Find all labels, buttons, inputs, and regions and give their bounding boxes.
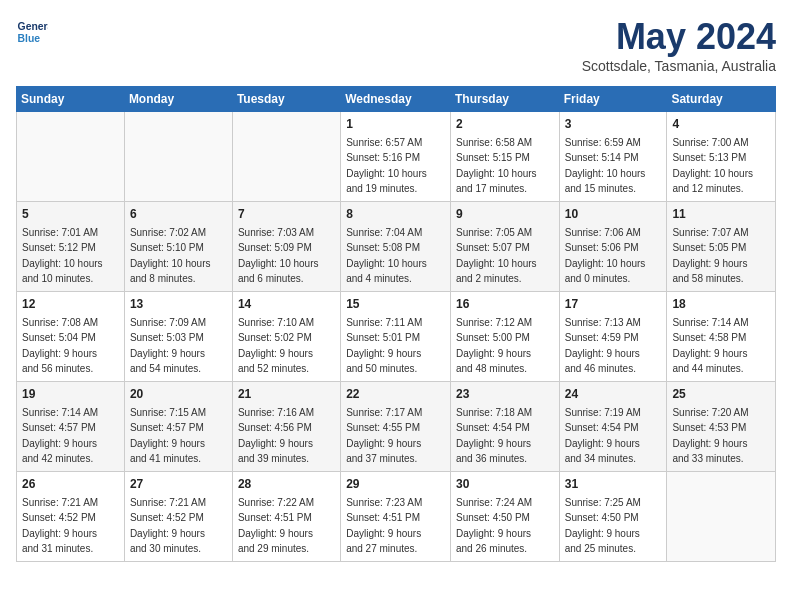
week-row-5: 26Sunrise: 7:21 AM Sunset: 4:52 PM Dayli…: [17, 472, 776, 562]
day-content: Sunrise: 7:22 AM Sunset: 4:51 PM Dayligh…: [238, 497, 314, 555]
day-number: 7: [238, 206, 335, 223]
calendar-cell: 19Sunrise: 7:14 AM Sunset: 4:57 PM Dayli…: [17, 382, 125, 472]
title-block: May 2024 Scottsdale, Tasmania, Australia: [582, 16, 776, 74]
day-content: Sunrise: 7:24 AM Sunset: 4:50 PM Dayligh…: [456, 497, 532, 555]
calendar-cell: 1Sunrise: 6:57 AM Sunset: 5:16 PM Daylig…: [341, 112, 451, 202]
day-header-tuesday: Tuesday: [232, 87, 340, 112]
day-content: Sunrise: 7:07 AM Sunset: 5:05 PM Dayligh…: [672, 227, 748, 285]
day-number: 25: [672, 386, 770, 403]
calendar-table: SundayMondayTuesdayWednesdayThursdayFrid…: [16, 86, 776, 562]
day-number: 18: [672, 296, 770, 313]
calendar-cell: 16Sunrise: 7:12 AM Sunset: 5:00 PM Dayli…: [450, 292, 559, 382]
day-number: 4: [672, 116, 770, 133]
day-content: Sunrise: 7:15 AM Sunset: 4:57 PM Dayligh…: [130, 407, 206, 465]
day-number: 16: [456, 296, 554, 313]
calendar-cell: 22Sunrise: 7:17 AM Sunset: 4:55 PM Dayli…: [341, 382, 451, 472]
logo-icon: General Blue: [16, 16, 48, 48]
day-content: Sunrise: 7:20 AM Sunset: 4:53 PM Dayligh…: [672, 407, 748, 465]
calendar-cell: 9Sunrise: 7:05 AM Sunset: 5:07 PM Daylig…: [450, 202, 559, 292]
day-content: Sunrise: 7:19 AM Sunset: 4:54 PM Dayligh…: [565, 407, 641, 465]
week-row-1: 1Sunrise: 6:57 AM Sunset: 5:16 PM Daylig…: [17, 112, 776, 202]
calendar-cell: [667, 472, 776, 562]
day-number: 3: [565, 116, 662, 133]
day-number: 9: [456, 206, 554, 223]
page-header: General Blue May 2024 Scottsdale, Tasman…: [16, 16, 776, 74]
day-content: Sunrise: 6:58 AM Sunset: 5:15 PM Dayligh…: [456, 137, 537, 195]
day-content: Sunrise: 7:21 AM Sunset: 4:52 PM Dayligh…: [22, 497, 98, 555]
day-content: Sunrise: 7:21 AM Sunset: 4:52 PM Dayligh…: [130, 497, 206, 555]
calendar-cell: 13Sunrise: 7:09 AM Sunset: 5:03 PM Dayli…: [124, 292, 232, 382]
day-number: 22: [346, 386, 445, 403]
day-number: 5: [22, 206, 119, 223]
day-content: Sunrise: 7:03 AM Sunset: 5:09 PM Dayligh…: [238, 227, 319, 285]
header-row: SundayMondayTuesdayWednesdayThursdayFrid…: [17, 87, 776, 112]
calendar-cell: 12Sunrise: 7:08 AM Sunset: 5:04 PM Dayli…: [17, 292, 125, 382]
day-content: Sunrise: 7:25 AM Sunset: 4:50 PM Dayligh…: [565, 497, 641, 555]
calendar-cell: 2Sunrise: 6:58 AM Sunset: 5:15 PM Daylig…: [450, 112, 559, 202]
day-header-thursday: Thursday: [450, 87, 559, 112]
calendar-cell: 17Sunrise: 7:13 AM Sunset: 4:59 PM Dayli…: [559, 292, 667, 382]
calendar-cell: 25Sunrise: 7:20 AM Sunset: 4:53 PM Dayli…: [667, 382, 776, 472]
calendar-cell: 5Sunrise: 7:01 AM Sunset: 5:12 PM Daylig…: [17, 202, 125, 292]
calendar-cell: 21Sunrise: 7:16 AM Sunset: 4:56 PM Dayli…: [232, 382, 340, 472]
calendar-cell: 7Sunrise: 7:03 AM Sunset: 5:09 PM Daylig…: [232, 202, 340, 292]
day-content: Sunrise: 7:14 AM Sunset: 4:57 PM Dayligh…: [22, 407, 98, 465]
week-row-2: 5Sunrise: 7:01 AM Sunset: 5:12 PM Daylig…: [17, 202, 776, 292]
day-content: Sunrise: 7:14 AM Sunset: 4:58 PM Dayligh…: [672, 317, 748, 375]
day-number: 10: [565, 206, 662, 223]
day-number: 28: [238, 476, 335, 493]
calendar-cell: [124, 112, 232, 202]
calendar-cell: 26Sunrise: 7:21 AM Sunset: 4:52 PM Dayli…: [17, 472, 125, 562]
day-number: 31: [565, 476, 662, 493]
day-content: Sunrise: 7:02 AM Sunset: 5:10 PM Dayligh…: [130, 227, 211, 285]
day-content: Sunrise: 7:01 AM Sunset: 5:12 PM Dayligh…: [22, 227, 103, 285]
svg-text:Blue: Blue: [18, 33, 41, 44]
day-header-wednesday: Wednesday: [341, 87, 451, 112]
calendar-cell: [232, 112, 340, 202]
day-number: 26: [22, 476, 119, 493]
calendar-cell: 24Sunrise: 7:19 AM Sunset: 4:54 PM Dayli…: [559, 382, 667, 472]
day-content: Sunrise: 6:59 AM Sunset: 5:14 PM Dayligh…: [565, 137, 646, 195]
day-number: 2: [456, 116, 554, 133]
day-content: Sunrise: 7:18 AM Sunset: 4:54 PM Dayligh…: [456, 407, 532, 465]
day-content: Sunrise: 7:13 AM Sunset: 4:59 PM Dayligh…: [565, 317, 641, 375]
day-number: 12: [22, 296, 119, 313]
calendar-cell: 29Sunrise: 7:23 AM Sunset: 4:51 PM Dayli…: [341, 472, 451, 562]
day-content: Sunrise: 7:17 AM Sunset: 4:55 PM Dayligh…: [346, 407, 422, 465]
day-number: 21: [238, 386, 335, 403]
day-number: 15: [346, 296, 445, 313]
day-number: 30: [456, 476, 554, 493]
day-number: 27: [130, 476, 227, 493]
day-content: Sunrise: 7:09 AM Sunset: 5:03 PM Dayligh…: [130, 317, 206, 375]
week-row-4: 19Sunrise: 7:14 AM Sunset: 4:57 PM Dayli…: [17, 382, 776, 472]
calendar-cell: 18Sunrise: 7:14 AM Sunset: 4:58 PM Dayli…: [667, 292, 776, 382]
day-header-saturday: Saturday: [667, 87, 776, 112]
day-number: 19: [22, 386, 119, 403]
calendar-cell: 27Sunrise: 7:21 AM Sunset: 4:52 PM Dayli…: [124, 472, 232, 562]
day-content: Sunrise: 7:06 AM Sunset: 5:06 PM Dayligh…: [565, 227, 646, 285]
svg-text:General: General: [18, 21, 48, 32]
day-content: Sunrise: 7:00 AM Sunset: 5:13 PM Dayligh…: [672, 137, 753, 195]
calendar-cell: 31Sunrise: 7:25 AM Sunset: 4:50 PM Dayli…: [559, 472, 667, 562]
day-number: 6: [130, 206, 227, 223]
calendar-cell: 20Sunrise: 7:15 AM Sunset: 4:57 PM Dayli…: [124, 382, 232, 472]
day-header-sunday: Sunday: [17, 87, 125, 112]
day-content: Sunrise: 6:57 AM Sunset: 5:16 PM Dayligh…: [346, 137, 427, 195]
day-number: 29: [346, 476, 445, 493]
month-title: May 2024: [582, 16, 776, 58]
day-content: Sunrise: 7:04 AM Sunset: 5:08 PM Dayligh…: [346, 227, 427, 285]
calendar-cell: 23Sunrise: 7:18 AM Sunset: 4:54 PM Dayli…: [450, 382, 559, 472]
day-header-friday: Friday: [559, 87, 667, 112]
day-number: 1: [346, 116, 445, 133]
day-content: Sunrise: 7:08 AM Sunset: 5:04 PM Dayligh…: [22, 317, 98, 375]
calendar-cell: 8Sunrise: 7:04 AM Sunset: 5:08 PM Daylig…: [341, 202, 451, 292]
calendar-cell: 10Sunrise: 7:06 AM Sunset: 5:06 PM Dayli…: [559, 202, 667, 292]
day-number: 23: [456, 386, 554, 403]
calendar-cell: 15Sunrise: 7:11 AM Sunset: 5:01 PM Dayli…: [341, 292, 451, 382]
location: Scottsdale, Tasmania, Australia: [582, 58, 776, 74]
calendar-cell: 11Sunrise: 7:07 AM Sunset: 5:05 PM Dayli…: [667, 202, 776, 292]
day-number: 11: [672, 206, 770, 223]
calendar-cell: 28Sunrise: 7:22 AM Sunset: 4:51 PM Dayli…: [232, 472, 340, 562]
day-number: 8: [346, 206, 445, 223]
day-number: 24: [565, 386, 662, 403]
